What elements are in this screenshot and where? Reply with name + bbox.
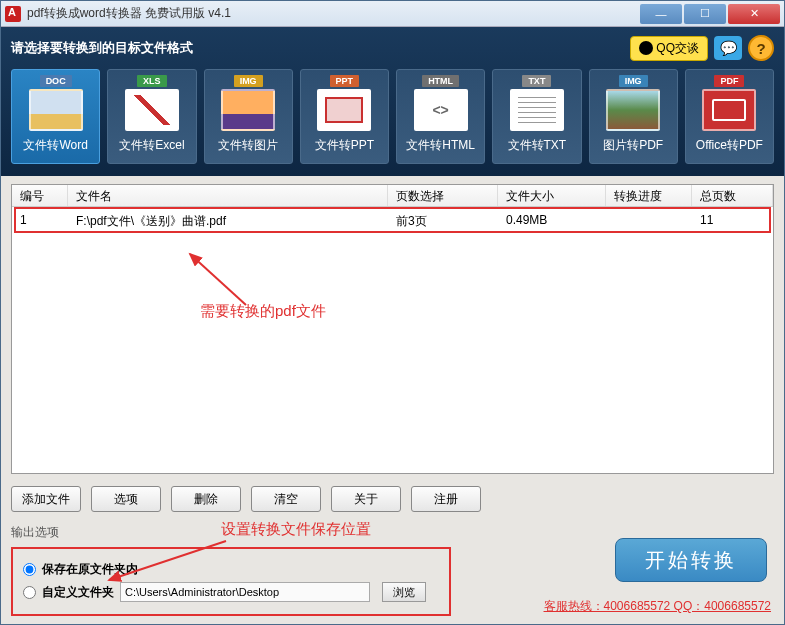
format-icon: TXT [507, 75, 567, 133]
app-icon [5, 6, 21, 22]
format-label: 文件转PPT [315, 137, 374, 154]
register-button[interactable]: 注册 [411, 486, 481, 512]
message-button[interactable]: 💬 [714, 36, 742, 60]
maximize-button[interactable]: ☐ [684, 4, 726, 24]
cell-progress [606, 210, 692, 233]
format-tag: IMG [234, 75, 263, 87]
format-label: 文件转TXT [508, 137, 567, 154]
format-preview [221, 89, 275, 131]
format-label: 文件转Excel [119, 137, 184, 154]
radio-custom-input[interactable] [23, 586, 36, 599]
format-label: 文件转HTML [406, 137, 475, 154]
main-window: pdf转换成word转换器 免费试用版 v4.1 — ☐ ✕ 请选择要转换到的目… [0, 0, 785, 625]
format-preview [510, 89, 564, 131]
format-header: 请选择要转换到的目标文件格式 QQ交谈 💬 ? DOC 文件转Word XLS … [1, 27, 784, 176]
start-convert-button[interactable]: 开始转换 [615, 538, 767, 582]
format-tile-img2[interactable]: IMG 图片转PDF [589, 69, 678, 164]
table-body: 1 F:\pdf文件\《送别》曲谱.pdf 前3页 0.49MB 11 [12, 207, 773, 236]
format-tile-txt[interactable]: TXT 文件转TXT [492, 69, 581, 164]
format-tile-ppt[interactable]: PPT 文件转PPT [300, 69, 389, 164]
delete-button[interactable]: 删除 [171, 486, 241, 512]
format-preview [317, 89, 371, 131]
col-progress[interactable]: 转换进度 [606, 185, 692, 206]
format-icon: HTML [411, 75, 471, 133]
annotation-save-note: 设置转换文件保存位置 [221, 520, 371, 539]
format-label: Office转PDF [696, 137, 763, 154]
titlebar: pdf转换成word转换器 免费试用版 v4.1 — ☐ ✕ [1, 1, 784, 27]
cell-size: 0.49MB [498, 210, 606, 233]
format-icon: XLS [122, 75, 182, 133]
format-label: 文件转图片 [218, 137, 278, 154]
format-tag: XLS [137, 75, 167, 87]
format-icon: IMG [218, 75, 278, 133]
cell-name: F:\pdf文件\《送别》曲谱.pdf [68, 210, 388, 233]
radio-same-input[interactable] [23, 563, 36, 576]
format-tag: IMG [619, 75, 648, 87]
output-label: 输出选项 [11, 524, 59, 541]
col-size[interactable]: 文件大小 [498, 185, 606, 206]
format-tile-html[interactable]: HTML 文件转HTML [396, 69, 485, 164]
browse-button[interactable]: 浏览 [382, 582, 426, 602]
format-tile-doc[interactable]: DOC 文件转Word [11, 69, 100, 164]
col-total[interactable]: 总页数 [692, 185, 773, 206]
cell-total: 11 [692, 210, 773, 233]
qq-label: QQ交谈 [656, 40, 699, 57]
format-tag: TXT [522, 75, 551, 87]
format-icon: PPT [314, 75, 374, 133]
qq-chat-button[interactable]: QQ交谈 [630, 36, 708, 61]
cell-pages: 前3页 [388, 210, 498, 233]
format-tag: DOC [40, 75, 72, 87]
format-label: 文件转Word [23, 137, 87, 154]
format-preview [702, 89, 756, 131]
close-button[interactable]: ✕ [728, 4, 780, 24]
add-file-button[interactable]: 添加文件 [11, 486, 81, 512]
format-icon: PDF [699, 75, 759, 133]
col-name[interactable]: 文件名 [68, 185, 388, 206]
table-row[interactable]: 1 F:\pdf文件\《送别》曲谱.pdf 前3页 0.49MB 11 [12, 207, 773, 236]
output-options-box: 保存在原文件夹内 自定义文件夹 浏览 [11, 547, 451, 616]
format-preview [125, 89, 179, 131]
format-preview [29, 89, 83, 131]
format-prompt: 请选择要转换到的目标文件格式 [11, 39, 193, 57]
window-controls: — ☐ ✕ [638, 4, 780, 24]
format-icon: DOC [26, 75, 86, 133]
table-header: 编号 文件名 页数选择 文件大小 转换进度 总页数 [12, 185, 773, 207]
about-button[interactable]: 关于 [331, 486, 401, 512]
window-title: pdf转换成word转换器 免费试用版 v4.1 [27, 5, 638, 22]
format-tag: PPT [330, 75, 360, 87]
radio-custom-label: 自定义文件夹 [42, 584, 114, 601]
format-tag: PDF [714, 75, 744, 87]
cell-num: 1 [12, 210, 68, 233]
format-preview [414, 89, 468, 131]
format-tiles: DOC 文件转Word XLS 文件转Excel IMG 文件转图片 PPT 文… [11, 69, 774, 164]
col-pages[interactable]: 页数选择 [388, 185, 498, 206]
format-preview [606, 89, 660, 131]
radio-same-folder[interactable]: 保存在原文件夹内 [23, 561, 439, 578]
qq-icon [639, 41, 653, 55]
format-tag: HTML [422, 75, 459, 87]
clear-button[interactable]: 清空 [251, 486, 321, 512]
format-tile-img[interactable]: IMG 文件转图片 [204, 69, 293, 164]
file-table: 编号 文件名 页数选择 文件大小 转换进度 总页数 1 F:\pdf文件\《送别… [11, 184, 774, 474]
help-button[interactable]: ? [748, 35, 774, 61]
service-hotline[interactable]: 客服热线：4006685572 QQ：4006685572 [544, 598, 771, 615]
format-tile-pdf[interactable]: PDF Office转PDF [685, 69, 774, 164]
format-label: 图片转PDF [603, 137, 663, 154]
minimize-button[interactable]: — [640, 4, 682, 24]
options-button[interactable]: 选项 [91, 486, 161, 512]
path-input[interactable] [120, 582, 370, 602]
radio-custom-folder[interactable]: 自定义文件夹 浏览 [23, 582, 439, 602]
col-num[interactable]: 编号 [12, 185, 68, 206]
action-buttons: 添加文件 选项 删除 清空 关于 注册 [11, 486, 774, 512]
format-icon: IMG [603, 75, 663, 133]
radio-same-label: 保存在原文件夹内 [42, 561, 138, 578]
format-tile-xls[interactable]: XLS 文件转Excel [107, 69, 196, 164]
